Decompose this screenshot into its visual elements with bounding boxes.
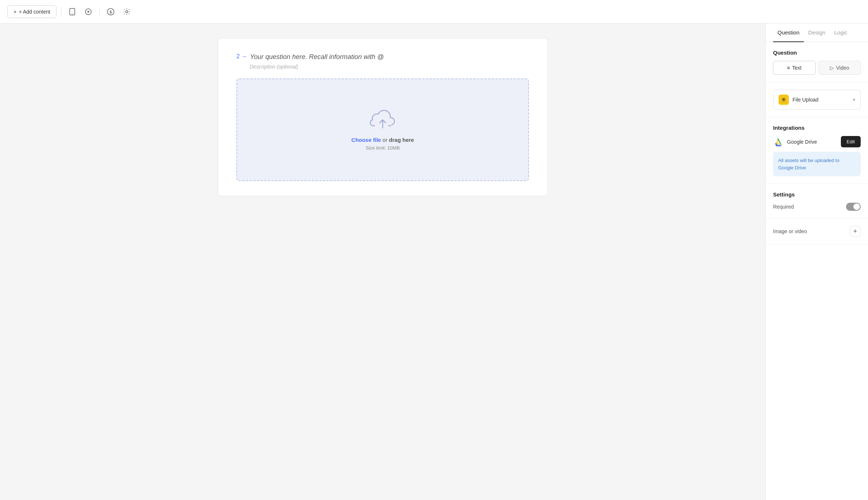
file-upload-section: File Upload ▾ [766, 82, 868, 117]
svg-marker-3 [88, 11, 90, 13]
file-upload-dropdown[interactable]: File Upload ▾ [773, 90, 861, 110]
question-num-value: 2 [236, 53, 240, 60]
toolbar: + + Add content $ [0, 0, 868, 23]
question-title[interactable]: Your question here. Recall information w… [250, 53, 384, 61]
google-drive-info-box: All assets will be uploaded to Google Dr… [773, 152, 861, 176]
upload-text: Choose file or drag here [352, 137, 414, 143]
question-header: 2 → Your question here. Recall informati… [236, 53, 529, 61]
text-type-button[interactable]: ≡ Text [773, 61, 816, 75]
required-toggle[interactable] [846, 203, 861, 211]
question-arrow: → [241, 53, 247, 60]
toolbar-divider-2 [99, 7, 100, 16]
integrations-section: Integrations Google Drive Edit All asset… [766, 117, 868, 184]
gear-button[interactable] [120, 5, 133, 18]
choose-file-link[interactable]: Choose file [352, 137, 381, 143]
sidebar-tabs: Question Design Logic [766, 23, 868, 42]
info-message: All assets will be uploaded to Google Dr… [778, 158, 839, 170]
question-section-title: Question [773, 49, 861, 56]
svg-text:$: $ [110, 9, 112, 15]
upload-or: or [381, 137, 389, 143]
add-content-label: + Add content [19, 9, 50, 15]
svg-point-6 [126, 11, 128, 13]
integrations-title: Integrations [773, 125, 861, 131]
play-icon [85, 8, 92, 15]
question-description[interactable]: Description (optional) [250, 64, 529, 70]
mobile-preview-button[interactable] [66, 5, 79, 18]
file-upload-icon [779, 95, 789, 105]
add-content-button[interactable]: + + Add content [7, 5, 56, 18]
settings-section: Settings Required [766, 184, 868, 218]
main-layout: 2 → Your question here. Recall informati… [0, 23, 868, 500]
mobile-icon [69, 8, 76, 15]
text-type-icon: ≡ [787, 65, 790, 71]
add-image-video-button[interactable]: + [850, 226, 861, 237]
chevron-down-icon: ▾ [853, 97, 855, 102]
google-drive-icon [773, 137, 783, 147]
tab-logic[interactable]: Logic [830, 23, 852, 42]
integrations-row: Google Drive Edit [773, 136, 861, 147]
play-button[interactable] [82, 5, 95, 18]
question-card: 2 → Your question here. Recall informati… [218, 38, 548, 196]
help-icon: $ [107, 8, 114, 15]
content-area: 2 → Your question here. Recall informati… [0, 23, 765, 500]
question-section: Question ≡ Text ▷ Video [766, 42, 868, 82]
image-video-section: Image or video + [766, 218, 868, 245]
video-type-button[interactable]: ▷ Video [819, 61, 861, 75]
edit-integration-button[interactable]: Edit [841, 136, 861, 147]
cloud-upload-icon [369, 109, 396, 131]
image-video-label: Image or video [773, 228, 807, 234]
tab-question[interactable]: Question [773, 23, 804, 42]
video-type-icon: ▷ [830, 65, 834, 71]
text-type-label: Text [792, 65, 802, 71]
drag-here-text: drag here [389, 137, 414, 143]
plus-icon: + [14, 9, 16, 15]
upload-size-limit: Size limit: 10MB [365, 145, 400, 151]
google-drive-label: Google Drive [787, 139, 837, 145]
svg-point-1 [72, 14, 73, 14]
required-label: Required [773, 204, 794, 210]
sidebar: Question Design Logic Question ≡ Text ▷ … [765, 23, 868, 500]
required-setting-row: Required [773, 203, 861, 211]
question-type-row: ≡ Text ▷ Video [773, 61, 861, 75]
settings-icon-btn[interactable]: $ [104, 5, 117, 18]
upload-dropzone[interactable]: Choose file or drag here Size limit: 10M… [236, 78, 529, 181]
image-video-row: Image or video + [773, 226, 861, 237]
video-type-label: Video [836, 65, 849, 71]
toolbar-divider [61, 7, 61, 16]
toggle-thumb [853, 203, 860, 210]
plus-icon: + [853, 228, 857, 235]
question-number: 2 → [236, 53, 247, 60]
settings-title: Settings [773, 191, 861, 198]
file-upload-label: File Upload [792, 97, 849, 103]
tab-design[interactable]: Design [804, 23, 830, 42]
gear-icon [123, 8, 130, 15]
